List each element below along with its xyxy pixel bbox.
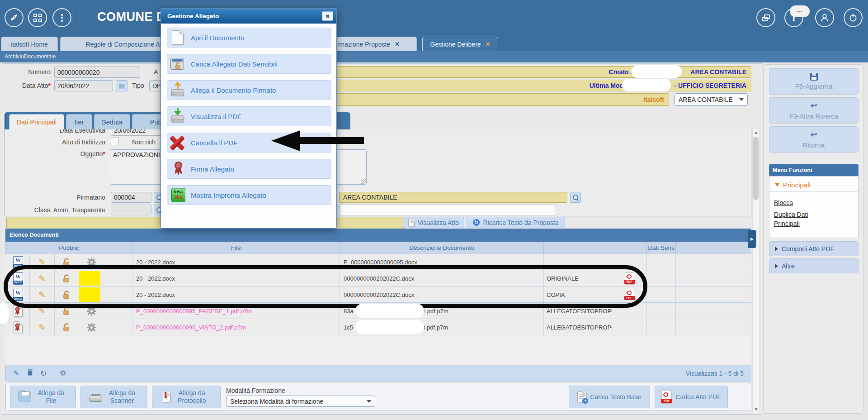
user-icon[interactable]	[815, 8, 834, 27]
carica-atto-pdf-button[interactable]: PDF Carica Atto PDF	[655, 386, 728, 408]
calendar-icon[interactable]: ▦	[116, 80, 127, 91]
scroll-up-icon[interactable]: ▲	[754, 130, 758, 134]
area-select[interactable]: AREA CONTABILE	[675, 93, 748, 106]
visualizza-atto-button[interactable]: Visualizza Atto	[403, 217, 464, 228]
ultima-mod-value: - UFFICIO SEGRETERIA	[675, 82, 746, 89]
tab-italsoft-home[interactable]: italsoft Home	[1, 37, 58, 51]
blocca-link[interactable]: Blocca	[774, 198, 858, 207]
col-pdf[interactable]	[612, 242, 646, 254]
f6-aggiorna-button[interactable]: F6-Aggiorna	[769, 68, 859, 95]
gear-icon[interactable]	[78, 303, 105, 319]
principali-toggle[interactable]: Principali	[769, 177, 858, 192]
carica-dati-sensibili-item[interactable]: Carica Allegato Dati Sensibili	[167, 54, 331, 74]
signed-document-icon[interactable]	[7, 303, 29, 319]
open-docx-icon[interactable]: WDOCX	[7, 270, 29, 286]
trash-icon[interactable]	[23, 368, 37, 378]
resize-grip[interactable]	[361, 179, 366, 184]
col-extra[interactable]	[675, 242, 751, 254]
col-pubblicazione[interactable]: Pubblic	[5, 242, 132, 254]
lock-icon[interactable]	[54, 270, 78, 286]
class-amm-input[interactable]	[111, 205, 151, 215]
apri-documento-item[interactable]: Apri il Documento	[167, 28, 331, 48]
data-atto-input[interactable]	[54, 80, 113, 91]
file-name[interactable]: P_0000000000000095_PARERE_1.pdf.p7m	[132, 303, 340, 319]
tab-iter[interactable]: Iter	[66, 114, 92, 129]
firma-allegato-item[interactable]: Firma Allegato	[167, 159, 331, 179]
altre-section[interactable]: Altre	[769, 258, 859, 273]
visualizza-pdf-item[interactable]: Visualizza il PDF	[167, 106, 331, 126]
table-row[interactable]: WDOCX ✎ 20 - 2022.docx 0000000000202022C…	[5, 286, 751, 303]
lock-icon[interactable]	[54, 303, 78, 319]
search-icon[interactable]	[570, 192, 581, 203]
lock-icon[interactable]	[54, 286, 78, 303]
numero-input[interactable]	[54, 67, 140, 78]
open-docx-icon[interactable]: WDOCX	[7, 254, 29, 270]
lock-icon[interactable]	[54, 254, 78, 270]
carica-testo-base-button[interactable]: + Carica Testo Base	[569, 386, 650, 408]
close-icon[interactable]: ✖	[322, 11, 333, 21]
duplica-dati-link[interactable]: Duplica Dati Principali	[774, 210, 828, 228]
close-icon[interactable]: ✕	[486, 41, 491, 48]
file-name[interactable]: 20 - 2022.docx	[132, 254, 340, 270]
edit-icon[interactable]: ✎	[29, 254, 54, 270]
ricarica-testo-button[interactable]: ↻ Ricarica Testo da Proposta	[467, 217, 565, 228]
mostra-impronta-item[interactable]: SHA256 Mostra Impronta Allegato	[167, 185, 331, 205]
atto-indirizzo-checkbox[interactable]	[111, 138, 118, 145]
file-name[interactable]: P_0000000000000095_VISTO_2.pdf.p7m	[132, 319, 340, 335]
tab-dati-principali[interactable]: Dati Principali	[9, 114, 64, 129]
scrollbar-thumb[interactable]	[753, 137, 759, 200]
more-options-icon[interactable]	[52, 8, 71, 27]
f3-altra-ricerca-button[interactable]: ↩ F3-Altra Ricerca	[769, 97, 859, 124]
cancella-pdf-item[interactable]: Cancella il PDF	[167, 133, 331, 153]
col-file[interactable]: File	[132, 242, 340, 254]
file-name[interactable]: 20 - 2022.docx	[132, 270, 340, 286]
allega-da-scanner-button[interactable]: Allega da Scanner	[80, 386, 147, 408]
modalita-formazione-select[interactable]: Seleziona Modalità di formazione	[226, 396, 375, 407]
gear-icon[interactable]	[78, 254, 105, 270]
close-icon[interactable]: ✕	[395, 41, 400, 48]
allega-documento-firmato-item[interactable]: Allega il Documento Firmato	[167, 80, 331, 100]
signed-document-icon[interactable]	[7, 319, 29, 335]
gear-icon[interactable]: ⚙	[56, 369, 70, 377]
flap-triangle: ▶	[750, 237, 754, 241]
table-row[interactable]: WDOCX ✎ 20 - 2022.docx P_000000000000009…	[5, 254, 751, 270]
gear-icon[interactable]	[78, 319, 105, 335]
col-tipo[interactable]	[543, 242, 612, 254]
edit-icon[interactable]: ✎	[9, 369, 23, 377]
ritorna-button[interactable]: ↩ Ritorna	[769, 126, 859, 153]
edit-icon[interactable]: ✎	[29, 303, 54, 319]
tab-seduta[interactable]: Seduta	[94, 114, 130, 129]
allega-da-protocollo-button[interactable]: Allega da Protocollo	[152, 386, 221, 408]
col-descrizione[interactable]: Descrizione Documento	[340, 242, 543, 254]
modal-title-bar[interactable]: Gestione Allegato	[161, 9, 336, 24]
windows-switch-icon[interactable]	[756, 8, 775, 27]
button-label: F3-Altra Ricerca	[789, 112, 838, 120]
extra-cell	[675, 303, 751, 319]
tab-gestione-delibere[interactable]: Gestione Delibere ✕	[422, 37, 498, 51]
pdf-icon[interactable]: PDF	[612, 286, 646, 303]
highlight-annotation	[79, 287, 100, 302]
scroll-down-icon[interactable]: ▼	[754, 407, 758, 411]
edit-icon[interactable]: ✎	[29, 286, 54, 303]
edit-icon[interactable]: ✎	[29, 319, 54, 335]
allega-da-file-button[interactable]: Allega da File	[10, 386, 76, 408]
col-dati-sensibili[interactable]: Dati Sens	[646, 242, 675, 254]
file-name[interactable]: 20 - 2022.docx	[132, 286, 340, 303]
rocket-icon[interactable]	[5, 8, 24, 27]
componi-atto-pdf-section[interactable]: Componi Atto PDF	[769, 241, 859, 256]
table-row[interactable]: WDOCX ✎ 20 - 2022.docx 0000000000202022C…	[5, 270, 751, 286]
lock-icon[interactable]	[54, 319, 78, 335]
vertical-scrollbar[interactable]: ▲ ▼	[752, 128, 760, 413]
refresh-icon[interactable]: ↻	[37, 368, 50, 378]
main-tab-bar: italsoft Home Regole di Composizione Att…	[0, 35, 868, 51]
power-icon[interactable]	[844, 8, 863, 27]
collapse-panel-icon[interactable]: ▶	[748, 230, 756, 248]
firmatario-input[interactable]	[111, 192, 151, 203]
class-amm-desc-input[interactable]	[339, 205, 556, 215]
pdf-icon[interactable]: PDF	[612, 270, 646, 286]
open-docx-icon[interactable]: WDOCX	[7, 286, 29, 303]
edit-icon[interactable]: ✎	[29, 270, 54, 286]
apps-grid-icon[interactable]	[28, 8, 47, 27]
firmatario-label: Firmatario	[63, 194, 105, 201]
extra-cell	[675, 319, 751, 335]
